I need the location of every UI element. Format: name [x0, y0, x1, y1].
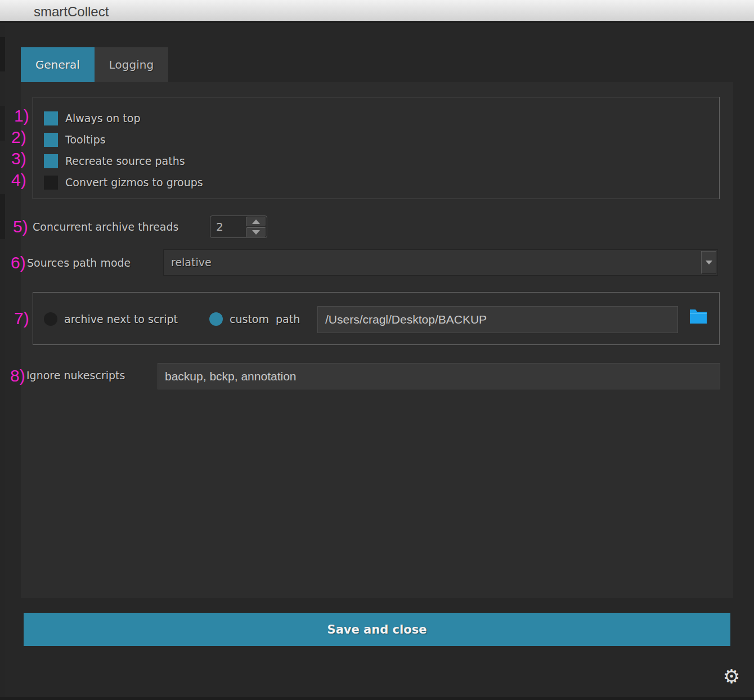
sources-path-mode-label: Sources path mode — [27, 257, 131, 269]
sources-path-mode-dropdown[interactable]: relative — [163, 249, 718, 276]
custom-path-label: custom path — [230, 313, 300, 325]
tooltips-label: Tooltips — [65, 133, 106, 146]
row-concurrent-threads: Concurrent archive threads — [33, 216, 178, 238]
browse-folder-button[interactable] — [689, 309, 707, 324]
row-tooltips: Tooltips — [33, 129, 719, 150]
arrow-down-icon — [252, 230, 260, 235]
recreate-source-paths-label: Recreate source paths — [65, 155, 185, 167]
row-always-on-top: Always on top — [33, 107, 719, 129]
general-tab-panel: Always on top Tooltips Recreate source p… — [21, 82, 733, 598]
dropdown-arrow-button[interactable] — [701, 251, 716, 274]
save-and-close-button[interactable]: Save and close — [24, 613, 730, 646]
archive-location-group: archive next to script custom path — [33, 292, 720, 345]
row-sources-path-mode: Sources path mode — [27, 252, 131, 274]
checkbox-group: Always on top Tooltips Recreate source p… — [33, 97, 720, 199]
titlebar[interactable]: smartCollect — [0, 0, 754, 23]
concurrent-threads-label: Concurrent archive threads — [33, 221, 178, 233]
row-convert-gizmos: Convert gizmos to groups — [33, 172, 719, 193]
background-left-strip — [0, 25, 5, 697]
convert-gizmos-checkbox[interactable] — [44, 176, 58, 190]
bottom-edge — [0, 697, 754, 700]
gear-icon[interactable]: ⚙ — [720, 665, 743, 688]
left-strip-segment — [0, 37, 5, 71]
custom-path-input[interactable] — [317, 306, 678, 333]
spinner-value[interactable]: 2 — [216, 216, 223, 237]
settings-tab-bar: General Logging — [21, 47, 168, 82]
row-recreate-source-paths: Recreate source paths — [33, 150, 719, 172]
tab-general[interactable]: General — [21, 47, 95, 82]
dropdown-selected-value: relative — [171, 250, 212, 275]
folder-icon — [689, 309, 707, 324]
smartcollect-settings-window: smartCollect General Logging Always on t… — [0, 0, 754, 700]
concurrent-threads-spinner[interactable]: 2 — [210, 216, 267, 238]
window-title: smartCollect — [34, 4, 109, 20]
archive-next-to-script-label: archive next to script — [64, 313, 178, 325]
ignore-nukescripts-label: Ignore nukescripts — [26, 369, 125, 382]
arrow-up-icon — [252, 219, 260, 224]
left-strip-segment — [0, 194, 5, 239]
row-ignore-nukescripts: Ignore nukescripts — [26, 364, 125, 387]
always-on-top-label: Always on top — [65, 112, 140, 124]
spinner-decrement-button[interactable] — [246, 227, 266, 237]
archive-next-to-script-radio[interactable] — [44, 312, 57, 326]
chevron-down-icon — [706, 261, 712, 264]
recreate-source-paths-checkbox[interactable] — [44, 154, 58, 168]
convert-gizmos-label: Convert gizmos to groups — [65, 176, 203, 189]
tab-logging[interactable]: Logging — [95, 47, 168, 82]
spinner-increment-button[interactable] — [246, 217, 266, 227]
custom-path-radio[interactable] — [209, 312, 223, 326]
tooltips-checkbox[interactable] — [44, 133, 58, 147]
ignore-nukescripts-input[interactable] — [158, 363, 720, 389]
left-strip-segment — [0, 106, 5, 141]
always-on-top-checkbox[interactable] — [44, 111, 58, 125]
